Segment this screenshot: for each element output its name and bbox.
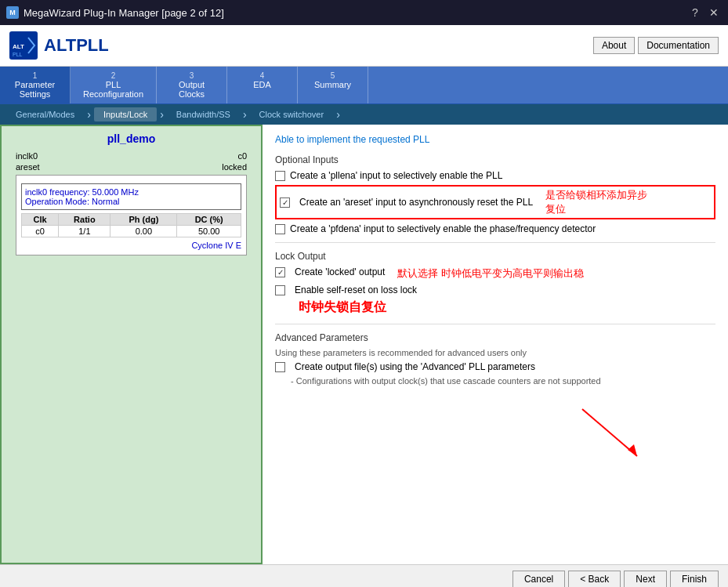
cyclone-label: Cyclone IV E bbox=[21, 241, 241, 250]
about-button[interactable]: About bbox=[593, 37, 635, 54]
self-reset-checkbox[interactable] bbox=[275, 285, 285, 295]
col-clk: Clk bbox=[22, 214, 59, 226]
option-areset-row: Create an 'areset' input to asynchronous… bbox=[275, 185, 715, 219]
option-locked-row: Create 'locked' output 默认选择 时钟低电平变为高电平则输… bbox=[275, 266, 715, 281]
altpll-logo-icon: ALT PLL bbox=[9, 31, 38, 60]
freq-text: inclk0 frequency: 50.000 MHz bbox=[25, 187, 237, 197]
help-button[interactable]: ? bbox=[687, 5, 703, 20]
wizard-tabs: 1 Parameter Settings 2 PLL Reconfigurati… bbox=[0, 67, 728, 104]
col-dc: DC (%) bbox=[177, 214, 241, 226]
arrow-icon-4: › bbox=[336, 108, 340, 121]
title-bar: M MegaWizard Plug-In Manager [page 2 of … bbox=[0, 0, 728, 25]
table-row: c0 1/1 0.00 50.00 bbox=[22, 226, 241, 237]
cell-clk: c0 bbox=[22, 226, 59, 237]
locked-label: Create 'locked' output bbox=[295, 266, 385, 277]
pfdena-checkbox[interactable] bbox=[275, 224, 285, 234]
tab-bandwidth-ss[interactable]: Bandwidth/SS bbox=[167, 107, 240, 121]
divider-1 bbox=[275, 242, 715, 243]
self-reset-label: Enable self-reset on loss lock bbox=[295, 284, 417, 295]
areset-pin-label: areset bbox=[16, 162, 40, 172]
left-panel: pll_demo inclk0 c0 areset locked inclk0 … bbox=[0, 125, 263, 564]
advanced-pll-label: Create output file(s) using the 'Advance… bbox=[295, 361, 535, 372]
tab-inputs-lock[interactable]: Inputs/Lock bbox=[94, 107, 157, 121]
tab-summary[interactable]: 5 Summary bbox=[298, 67, 368, 103]
locked-annotation: 默认选择 时钟低电平变为高电平则输出稳 bbox=[397, 266, 584, 281]
col-ph: Ph (dg) bbox=[110, 214, 177, 226]
documentation-button[interactable]: Documentation bbox=[638, 37, 719, 54]
annotation-arrow bbox=[574, 401, 653, 464]
optional-inputs-title: Optional Inputs bbox=[275, 154, 715, 165]
advanced-title: Advanced Parameters bbox=[275, 332, 715, 343]
advanced-section: Advanced Parameters Using these paramete… bbox=[275, 332, 715, 386]
tab-output-clocks[interactable]: 3 Output Clocks bbox=[157, 67, 227, 103]
self-reset-annotation: 时钟失锁自复位 bbox=[299, 300, 386, 313]
cell-ph: 0.00 bbox=[110, 226, 177, 237]
main-content: pll_demo inclk0 c0 areset locked inclk0 … bbox=[0, 125, 728, 564]
areset-checkbox[interactable] bbox=[280, 197, 290, 208]
header: ALT PLL ALTPLL About Documentation bbox=[0, 25, 728, 67]
tab-parameter-settings[interactable]: 1 Parameter Settings bbox=[0, 67, 71, 103]
divider-2 bbox=[275, 324, 715, 324]
bottom-bar: Cancel < Back Next Finish bbox=[0, 564, 728, 587]
pll-diagram: inclk0 c0 areset locked inclk0 frequency… bbox=[16, 151, 247, 255]
option-advanced-pll-row: Create output file(s) using the 'Advance… bbox=[275, 361, 715, 372]
advanced-pll-checkbox[interactable] bbox=[275, 362, 285, 372]
pll-inner-box: inclk0 frequency: 50.000 MHz Operation M… bbox=[21, 183, 241, 210]
logo-text: ALTPLL bbox=[44, 35, 109, 56]
finish-button[interactable]: Finish bbox=[670, 571, 719, 588]
svg-marker-4 bbox=[628, 444, 637, 456]
clock-table: Clk Ratio Ph (dg) DC (%) c0 1/1 0.00 50.… bbox=[21, 213, 241, 237]
option-pllena-row: Create a 'pllena' input to selectively e… bbox=[275, 170, 715, 181]
arrow-icon-1: › bbox=[87, 108, 91, 121]
areset-label: Create an 'areset' input to asynchronous… bbox=[299, 197, 533, 208]
lock-output-title: Lock Output bbox=[275, 251, 715, 262]
areset-annotation: 是否给锁相环添加异步复位 bbox=[545, 188, 647, 216]
tab-pll-reconfiguration[interactable]: 2 PLL Reconfiguration bbox=[71, 67, 157, 103]
locked-checkbox[interactable] bbox=[275, 267, 285, 277]
next-button[interactable]: Next bbox=[624, 571, 667, 588]
tab-clock-switchover[interactable]: Clock switchover bbox=[250, 107, 334, 121]
pll-title: pll_demo bbox=[107, 132, 155, 145]
svg-text:PLL: PLL bbox=[13, 52, 23, 57]
pllena-checkbox[interactable] bbox=[275, 171, 285, 181]
tab-eda[interactable]: 4 EDA bbox=[227, 67, 298, 103]
pllena-label: Create a 'pllena' input to selectively e… bbox=[290, 170, 502, 181]
cell-ratio: 1/1 bbox=[59, 226, 110, 237]
cancel-button[interactable]: Cancel bbox=[512, 571, 565, 588]
option-pfdena-row: Create a 'pfdena' input to selectively e… bbox=[275, 223, 715, 234]
pll-diagram-box: inclk0 frequency: 50.000 MHz Operation M… bbox=[16, 175, 247, 255]
window-title: MegaWizard Plug-In Manager [page 2 of 12… bbox=[24, 7, 224, 19]
close-button[interactable]: ✕ bbox=[706, 5, 722, 20]
locked-pin-label: locked bbox=[222, 162, 247, 172]
tab-general-modes[interactable]: General/Modes bbox=[6, 107, 84, 121]
arrow-icon-3: › bbox=[243, 108, 247, 121]
inclk0-pin-label: inclk0 bbox=[16, 151, 38, 161]
mode-text: Operation Mode: Normal bbox=[25, 197, 237, 206]
advanced-sub-note: - Configurations with output clock(s) th… bbox=[291, 376, 715, 386]
sub-tabs: General/Modes › Inputs/Lock › Bandwidth/… bbox=[0, 104, 728, 125]
svg-text:ALT: ALT bbox=[13, 43, 24, 50]
col-ratio: Ratio bbox=[59, 214, 110, 226]
cell-dc: 50.00 bbox=[177, 226, 241, 237]
pfdena-label: Create a 'pfdena' input to selectively e… bbox=[290, 223, 596, 234]
app-icon: M bbox=[6, 6, 19, 19]
arrow-icon-2: › bbox=[160, 108, 164, 121]
option-self-reset-row: Enable self-reset on loss lock bbox=[275, 284, 715, 295]
back-button[interactable]: < Back bbox=[568, 571, 621, 588]
advanced-note: Using these parameters is recommended fo… bbox=[275, 348, 715, 357]
info-text: Able to implement the requested PLL bbox=[275, 134, 715, 145]
c0-pin-label: c0 bbox=[237, 151, 247, 161]
right-panel: Able to implement the requested PLL Opti… bbox=[263, 125, 728, 564]
